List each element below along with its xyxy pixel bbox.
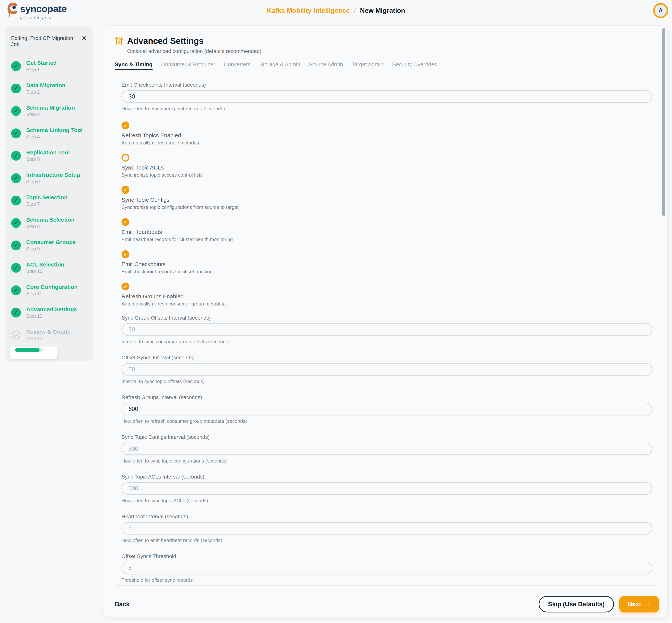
sidebar-step-acl-selection[interactable]: ✓ ACL SelectionStep 10 <box>11 261 87 274</box>
emit-heartbeats-toggle[interactable]: ✓ Emit Heartbeats Emit heartbeat records… <box>121 218 652 242</box>
checkbox-checked-icon[interactable]: ✓ <box>121 218 129 226</box>
progress-bar-fill <box>15 348 39 352</box>
offset-syncs-interval-input[interactable] <box>121 363 652 376</box>
step-complete-icon: ✓ <box>11 84 21 93</box>
syncopate-logo[interactable]: syncopate get to the point <box>6 2 67 20</box>
step-complete-icon: ✓ <box>11 196 21 205</box>
offset-syncs-threshold-input[interactable] <box>121 562 652 574</box>
wizard-footer: Back Skip (Use Defaults) Next → <box>115 595 662 613</box>
step-number: Step 8 <box>26 224 75 229</box>
sidebar-step-get-started[interactable]: ✓ Get StartedStep 1 <box>11 60 87 72</box>
sync-topic-configs-toggle[interactable]: ✓ Sync Topic Configs Synchronize topic c… <box>121 186 652 210</box>
sidebar-step-advanced-settings[interactable]: ✓ Advanced SettingsStep 12 <box>11 306 87 319</box>
step-number: Step 3 <box>26 112 75 117</box>
sync-topic-acls-interval-input[interactable] <box>121 482 652 495</box>
step-complete-icon: ✓ <box>11 61 21 71</box>
refresh-groups-enabled-toggle[interactable]: ✓ Refresh Groups Enabled Automatically r… <box>121 283 652 307</box>
sync-timing-form: Emit Checkpoints Interval (seconds) How … <box>115 75 659 586</box>
step-complete-icon: ✓ <box>11 263 21 273</box>
tab-sync-timing[interactable]: Sync & Timing <box>115 61 152 70</box>
breadcrumb-separator: / <box>354 6 356 14</box>
step-complete-icon: ✓ <box>11 173 21 183</box>
sidebar-step-replication-tool[interactable]: ✓ Replication ToolStep 5 <box>11 149 87 162</box>
sync-topic-acls-interval-field: Sync Topic ACLs Interval (seconds) How o… <box>121 474 652 504</box>
sidebar-step-review-create[interactable]: Review & CreateStep 13 <box>11 329 87 341</box>
editing-job-label: Editing: Prod CP Migration Job <box>11 35 82 47</box>
checkbox-checked-icon[interactable]: ✓ <box>121 283 129 290</box>
checkbox-checked-icon[interactable]: ✓ <box>121 186 129 194</box>
sync-topic-acls-toggle[interactable]: Sync Topic ACLs Synchronize topic access… <box>121 154 652 178</box>
toggle-title: Emit Heartbeats <box>121 229 652 235</box>
skip-defaults-button[interactable]: Skip (Use Defaults) <box>539 596 614 613</box>
field-label: Sync Group Offsets Interval (seconds) <box>121 315 652 321</box>
emit-checkpoints-interval-input[interactable] <box>121 90 652 103</box>
tab-converters[interactable]: Converters <box>224 61 251 70</box>
step-title: Schema Selection <box>26 216 75 223</box>
tab-target-admin[interactable]: Target Admin <box>352 61 383 70</box>
tab-source-admin[interactable]: Source Admin <box>309 61 343 70</box>
back-button[interactable]: Back <box>115 601 129 608</box>
sidebar-step-schema-migration[interactable]: ✓ Schema MigrationStep 3 <box>11 105 87 117</box>
field-label: Heartbeat Interval (seconds) <box>121 513 652 520</box>
scrollbar-thumb[interactable] <box>663 28 665 216</box>
tab-storage-admin[interactable]: Storage & Admin <box>259 61 300 70</box>
sync-group-offsets-interval-input[interactable] <box>121 323 652 336</box>
heartbeat-interval-field: Heartbeat Interval (seconds) How often t… <box>121 513 652 543</box>
checkbox-checked-icon[interactable]: ✓ <box>121 250 129 258</box>
refresh-groups-interval-field: Refresh Groups Interval (seconds) How of… <box>121 394 652 424</box>
next-button[interactable]: Next → <box>619 596 659 613</box>
step-title: Schema Linking Tool <box>26 127 83 134</box>
step-number: Step 1 <box>26 67 57 72</box>
wizard-progress-card <box>10 347 57 359</box>
logo-tagline: get to the point <box>20 15 67 20</box>
step-number: Step 6 <box>26 179 80 184</box>
field-label: Sync Topic ACLs Interval (seconds) <box>121 474 652 480</box>
step-title: Core Configuration <box>26 284 78 290</box>
field-helper: Interval to sync topic offsets (seconds) <box>121 379 652 384</box>
checkbox-checked-icon[interactable]: ✓ <box>121 121 129 129</box>
step-number: Step 2 <box>26 89 65 95</box>
breadcrumb-current-page: New Migration <box>360 7 405 14</box>
sidebar-step-infrastructure-setup[interactable]: ✓ Infrastructure SetupStep 6 <box>11 172 87 184</box>
sidebar-step-schema-linking-tool[interactable]: ✓ Schema Linking ToolStep 4 <box>11 127 87 140</box>
close-icon[interactable]: ✕ <box>82 36 87 41</box>
field-helper: Interval to sync consumer group offsets … <box>121 339 652 345</box>
sidebar-step-consumer-groups[interactable]: ✓ Consumer GroupsStep 9 <box>11 239 87 251</box>
field-label: Emit Checkpoints Interval (seconds) <box>121 82 652 88</box>
user-avatar[interactable]: A <box>653 3 668 18</box>
step-complete-icon: ✓ <box>11 285 21 295</box>
offset-syncs-threshold-field: Offset Syncs Threshold Threshold for off… <box>121 553 652 583</box>
syncopate-logo-icon <box>6 2 19 20</box>
refresh-topics-enabled-toggle[interactable]: ✓ Refresh Topics Enabled Automatically r… <box>121 121 652 146</box>
toggle-description: Emit checkpoint records for offset track… <box>121 269 652 275</box>
sidebar-step-core-configuration[interactable]: ✓ Core ConfigurationStep 11 <box>11 284 87 296</box>
step-pending-icon <box>11 330 21 340</box>
step-title: Consumer Groups <box>26 239 76 245</box>
tab-consumer-producer[interactable]: Consumer & Producer <box>161 61 215 70</box>
step-title: Replication Tool <box>26 149 70 156</box>
sidebar-step-topic-selection[interactable]: ✓ Topic SelectionStep 7 <box>11 194 87 207</box>
step-title: Data Migration <box>26 82 65 89</box>
step-complete-icon: ✓ <box>11 218 21 228</box>
toggle-description: Emit heartbeat records for cluster healt… <box>121 237 652 242</box>
breadcrumb: Kafka Mobility Intelligence / New Migrat… <box>267 6 405 14</box>
tab-security-overrides[interactable]: Security Overrides <box>392 61 437 70</box>
step-title: Infrastructure Setup <box>26 172 80 178</box>
checkbox-unchecked-icon[interactable] <box>121 154 129 161</box>
logo-wordmark: syncopate <box>20 4 67 13</box>
field-helper: How often to refresh consumer group meta… <box>121 418 652 424</box>
field-helper: Threshold for offset sync records <box>121 577 652 583</box>
emit-checkpoints-toggle[interactable]: ✓ Emit Checkpoints Emit checkpoint recor… <box>121 250 652 275</box>
breadcrumb-app-link[interactable]: Kafka Mobility Intelligence <box>267 7 350 14</box>
sidebar-step-schema-selection[interactable]: ✓ Schema SelectionStep 8 <box>11 216 87 229</box>
step-complete-icon: ✓ <box>11 240 21 250</box>
sync-topic-configs-interval-input[interactable] <box>121 443 652 455</box>
step-title: Schema Migration <box>26 105 75 111</box>
heartbeat-interval-input[interactable] <box>121 522 652 534</box>
step-number: Step 12 <box>26 314 77 319</box>
field-helper: How often to emit checkpoint records (se… <box>121 106 652 112</box>
refresh-groups-interval-input[interactable] <box>121 403 652 415</box>
sidebar-step-data-migration[interactable]: ✓ Data MigrationStep 2 <box>11 82 87 95</box>
offset-syncs-interval-field: Offset Syncs Interval (seconds) Interval… <box>121 354 652 384</box>
field-label: Offset Syncs Interval (seconds) <box>121 354 652 361</box>
